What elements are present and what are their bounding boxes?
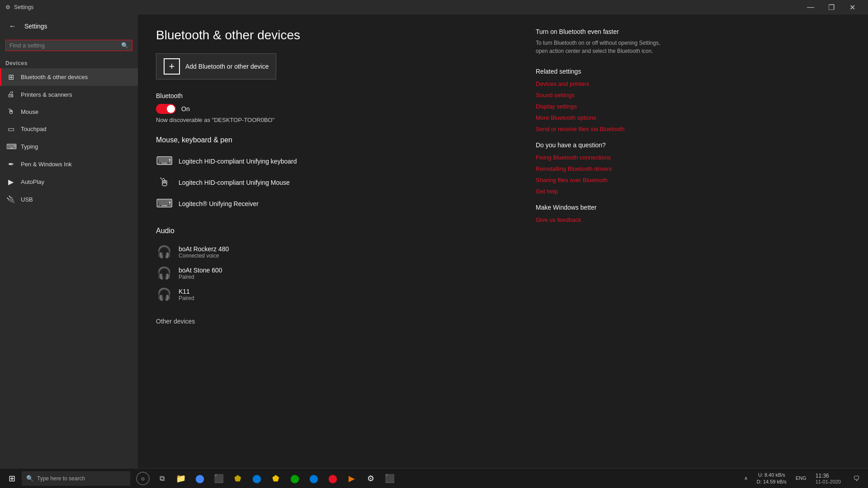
device-name: Logitech HID-compliant Unifying Mouse <box>179 179 290 186</box>
device-info: Logitech HID-compliant Unifying keyboard <box>179 158 297 165</box>
app2-icon: ⬟ <box>234 474 241 483</box>
sidebar-item-mouse[interactable]: 🖱 Mouse <box>0 103 138 120</box>
device-item-receiver: ⌨ Logitech® Unifying Receiver <box>156 193 518 214</box>
sidebar-item-touchpad[interactable]: ▭ Touchpad <box>0 120 138 138</box>
chrome-button[interactable]: ⬤ <box>191 469 209 488</box>
cortana-button[interactable]: ○ <box>134 469 152 488</box>
bluetooth-section-label: Bluetooth <box>156 92 518 99</box>
sidebar-item-typing[interactable]: ⌨ Typing <box>0 138 138 155</box>
sidebar-item-label: Typing <box>21 143 38 150</box>
device-info: K11 Paired <box>179 288 194 301</box>
device-item-k11: 🎧 K11 Paired <box>156 284 518 305</box>
device-item-mouse: 🖱 Logitech HID-compliant Unifying Mouse <box>156 172 518 193</box>
sidebar-item-label: Mouse <box>21 108 38 115</box>
add-device-label: Add Bluetooth or other device <box>185 63 269 70</box>
headphones-icon-3: 🎧 <box>156 287 172 301</box>
typing-icon: ⌨ <box>6 142 15 151</box>
clock-display: 11:36 11-01-2020 <box>816 473 841 484</box>
toggle-row: On <box>156 104 518 114</box>
app1-icon: ⬛ <box>214 474 224 483</box>
link-fixing-bluetooth[interactable]: Fixing Bluetooth connections <box>536 154 671 161</box>
link-devices-printers[interactable]: Devices and printers <box>536 80 671 87</box>
start-button[interactable]: ⊞ <box>2 469 22 488</box>
device-info: Logitech HID-compliant Unifying Mouse <box>179 179 290 186</box>
sidebar-item-usb[interactable]: 🔌 USB <box>0 191 138 208</box>
autoplay-icon: ▶ <box>6 178 15 186</box>
app4-button[interactable]: ⬟ <box>267 469 285 488</box>
explorer-button[interactable]: 📁 <box>172 469 190 488</box>
search-input[interactable] <box>9 42 121 49</box>
link-more-bluetooth[interactable]: More Bluetooth options <box>536 114 671 121</box>
search-box[interactable]: 🔍 <box>5 40 132 51</box>
settings-taskbar-icon: ⚙ <box>367 474 374 483</box>
device-info: boAt Stone 600 Paired <box>179 267 222 280</box>
headphones-icon-1: 🎧 <box>156 245 172 259</box>
speed-text: U: 8.40 kB/s D: 14.59 kB/s <box>757 472 787 485</box>
content-sidebar: Turn on Bluetooth even faster To turn Bl… <box>536 28 671 455</box>
settings-button[interactable]: ⚙ <box>362 469 380 488</box>
link-sound-settings[interactable]: Sound settings <box>536 92 671 99</box>
sidebar-item-printers[interactable]: 🖨 Printers & scanners <box>0 86 138 103</box>
other-devices-label: Other devices <box>156 318 518 325</box>
app8-button[interactable]: ▶ <box>343 469 361 488</box>
device-status: Connected voice <box>179 253 229 259</box>
back-button[interactable]: ← <box>5 19 20 33</box>
app7-icon: ⬤ <box>328 474 337 483</box>
close-button[interactable]: ✕ <box>842 0 863 14</box>
app2-button[interactable]: ⬟ <box>229 469 247 488</box>
keyboard-icon: ⌨ <box>156 154 172 168</box>
mouse-section-title: Mouse, keyboard & pen <box>156 136 518 144</box>
link-get-help[interactable]: Get help <box>536 188 671 195</box>
taskview-icon: ⧉ <box>160 474 165 483</box>
taskbar-search[interactable]: 🔍 Type here to search <box>22 471 130 486</box>
app8-icon: ▶ <box>349 474 355 483</box>
device-name: Logitech HID-compliant Unifying keyboard <box>179 158 297 165</box>
notification-icon: 🗨 <box>853 475 859 482</box>
search-icon: 🔍 <box>121 42 128 49</box>
link-reinstalling[interactable]: Reinstalling Bluetooth drivers <box>536 165 671 172</box>
content-main: Bluetooth & other devices + Add Bluetoot… <box>156 28 518 455</box>
app3-button[interactable]: ⬤ <box>248 469 266 488</box>
app3-icon: ⬤ <box>252 474 261 483</box>
app9-button[interactable]: ⬛ <box>381 469 399 488</box>
search-taskbar-icon: 🔍 <box>26 475 33 482</box>
mouse-icon: 🖱 <box>6 108 15 116</box>
sidebar: ← Settings 🔍 Devices ⊞ Bluetooth & other… <box>0 14 138 468</box>
device-info: boAt Rockerz 480 Connected voice <box>179 245 229 259</box>
audio-section-title: Audio <box>156 227 518 235</box>
maximize-button[interactable]: ❐ <box>821 0 842 14</box>
sidebar-section-label: Devices <box>0 56 138 68</box>
sidebar-title: Settings <box>24 23 47 30</box>
taskbar-sys-tray[interactable]: ∧ <box>741 469 751 488</box>
app7-button[interactable]: ⬤ <box>324 469 342 488</box>
link-sharing-files[interactable]: Sharing files over Bluetooth <box>536 177 671 183</box>
tip-title: Turn on Bluetooth even faster <box>536 28 671 35</box>
link-give-feedback[interactable]: Give us feedback <box>536 216 671 223</box>
titlebar-controls: — ❐ ✕ <box>800 0 863 14</box>
app1-button[interactable]: ⬛ <box>210 469 228 488</box>
taskview-button[interactable]: ⧉ <box>153 469 171 488</box>
app4-icon: ⬟ <box>272 474 279 483</box>
app5-button[interactable]: ⬤ <box>286 469 304 488</box>
language-button[interactable]: ENG <box>792 469 810 488</box>
bluetooth-toggle[interactable] <box>156 104 176 114</box>
link-send-receive[interactable]: Send or receive files via Bluetooth <box>536 126 671 132</box>
related-settings-title: Related settings <box>536 68 671 75</box>
sidebar-nav-top: ← Settings <box>0 14 138 38</box>
app6-button[interactable]: ⬤ <box>305 469 323 488</box>
sidebar-item-pen[interactable]: ✒ Pen & Windows Ink <box>0 155 138 173</box>
feedback-title: Make Windows better <box>536 204 671 211</box>
sidebar-item-autoplay[interactable]: ▶ AutoPlay <box>0 173 138 191</box>
mouse-section: Mouse, keyboard & pen ⌨ Logitech HID-com… <box>156 136 518 214</box>
page-title: Bluetooth & other devices <box>156 28 518 42</box>
add-device-button[interactable]: + Add Bluetooth or other device <box>156 53 276 80</box>
taskbar-search-placeholder: Type here to search <box>37 475 85 482</box>
clock[interactable]: 11:36 11-01-2020 <box>812 469 844 488</box>
discoverable-text: Now discoverable as "DESKTOP-TOOR0BO" <box>156 117 518 123</box>
minimize-button[interactable]: — <box>800 0 821 14</box>
device-name: Logitech® Unifying Receiver <box>179 200 259 207</box>
notification-button[interactable]: 🗨 <box>846 469 866 488</box>
link-display-settings[interactable]: Display settings <box>536 103 671 110</box>
sidebar-item-bluetooth[interactable]: ⊞ Bluetooth & other devices <box>0 68 138 86</box>
printers-icon: 🖨 <box>6 90 15 99</box>
